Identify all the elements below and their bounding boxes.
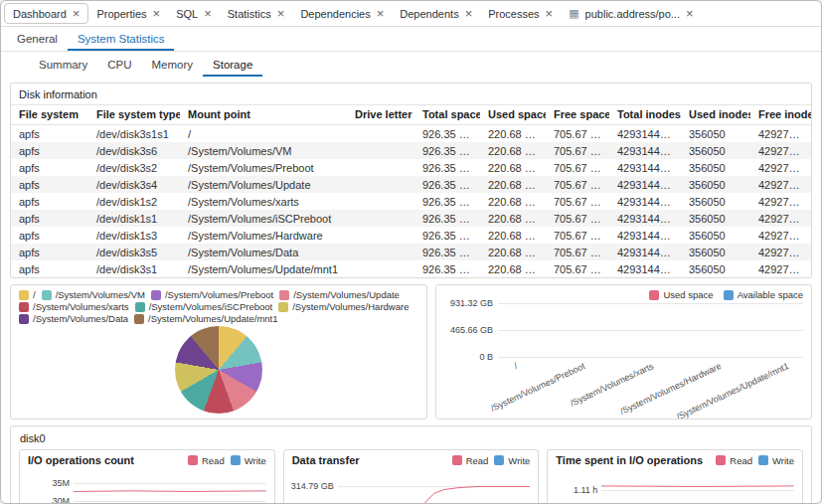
disk0-title: disk0 — [20, 432, 803, 444]
table-cell: 926.35 GB — [414, 159, 480, 176]
table-cell: 4292788288 — [750, 260, 811, 277]
column-header-mount-point[interactable]: Mount point — [180, 105, 347, 125]
tab-summary[interactable]: Summary — [29, 55, 97, 77]
column-header-total-inodes[interactable]: Total inodes — [609, 105, 681, 125]
column-header-total-space[interactable]: Total space — [414, 105, 480, 125]
column-header-file-system-type[interactable]: File system type — [88, 105, 180, 125]
legend-item-system-volumes-vm: /System/Volumes/VM — [42, 289, 145, 300]
legend-label: Write — [772, 455, 794, 466]
table-cell: /System/Volumes/VM — [180, 142, 347, 159]
close-icon[interactable]: × — [153, 7, 161, 20]
table-cell: 705.67 GB — [546, 142, 609, 159]
legend-label: /System/Volumes/Hardware — [292, 301, 409, 312]
table-row[interactable]: apfs/dev/disk3s1/System/Volumes/Update/m… — [11, 260, 811, 277]
tab-memory[interactable]: Memory — [141, 55, 203, 77]
bar-plot-wrap: //System/Volumes/Preboot/System/Volumes/… — [498, 303, 803, 415]
table-row[interactable]: apfs/dev/disk1s3/System/Volumes/Hardware… — [11, 227, 811, 244]
close-icon[interactable]: × — [73, 7, 81, 20]
table-cell: 926.35 GB — [414, 210, 480, 227]
table-cell: 356050 — [681, 260, 750, 277]
line-chart-svg — [74, 471, 266, 504]
legend-item-read: Read — [716, 455, 752, 466]
table-cell: 4293144338 — [609, 260, 681, 277]
table-cell: /dev/disk1s2 — [88, 193, 180, 210]
table-cell: apfs — [11, 142, 88, 159]
tab-system-statistics[interactable]: System Statistics — [68, 29, 175, 51]
xtick-label-system-volumes-update-mnt1: /System/Volumes/Update/mnt1 — [660, 361, 790, 420]
table-row[interactable]: apfs/dev/disk1s1/System/Volumes/iSCPrebo… — [11, 210, 811, 227]
tab-storage[interactable]: Storage — [203, 55, 262, 77]
tab-dependencies[interactable]: Dependencies× — [292, 4, 392, 23]
close-icon[interactable]: × — [465, 7, 473, 20]
close-icon[interactable]: × — [277, 7, 285, 20]
tab-label: Statistics — [228, 8, 271, 20]
legend-label: Available space — [738, 289, 803, 300]
legend-label: /System/Volumes/Update — [293, 289, 400, 300]
table-cell: 220.68 GB — [480, 159, 546, 176]
legend-swatch — [19, 302, 29, 312]
legend-label: /System/Volumes/VM — [56, 289, 145, 300]
close-icon[interactable]: × — [377, 7, 385, 20]
table-row[interactable]: apfs/dev/disk3s6/System/Volumes/VM926.35… — [11, 142, 811, 159]
column-header-free-inodes[interactable]: Free inodes — [750, 105, 811, 125]
table-cell: apfs — [11, 176, 88, 193]
legend-swatch — [134, 314, 144, 324]
line-chart-svg — [338, 471, 531, 504]
disk0-section: disk0 I/O operations count ReadWrite 35M… — [10, 425, 812, 504]
table-cell: 705.67 GB — [546, 125, 609, 143]
tab-public-address-po[interactable]: ▦public.address/po...× — [561, 4, 701, 23]
io-operations-count-chart: 35M30M — [28, 471, 266, 504]
column-header-free-space[interactable]: Free space — [546, 105, 609, 125]
table-cell: /System/Volumes/Data — [180, 244, 347, 260]
storage-charts-row: //System/Volumes/VM/System/Volumes/Prebo… — [10, 284, 812, 420]
table-cell: / — [180, 125, 347, 143]
table-cell: 926.35 GB — [414, 193, 480, 210]
table-cell: 926.35 GB — [414, 142, 480, 159]
close-icon[interactable]: × — [204, 7, 212, 20]
tab-general[interactable]: General — [7, 29, 68, 51]
table-cell: /System/Volumes/Update — [180, 176, 347, 193]
table-row[interactable]: apfs/dev/disk3s4/System/Volumes/Update92… — [11, 176, 811, 193]
tab-cpu[interactable]: CPU — [97, 55, 141, 77]
table-cell: 356050 — [681, 125, 750, 143]
close-icon[interactable]: × — [686, 7, 694, 20]
table-row[interactable]: apfs/dev/disk3s2/System/Volumes/Preboot9… — [11, 159, 811, 176]
tab-dashboard[interactable]: Dashboard× — [4, 3, 88, 24]
tab-sql[interactable]: SQL× — [168, 4, 220, 23]
table-cell: 356050 — [681, 193, 750, 210]
tab-statistics[interactable]: Statistics× — [220, 4, 293, 23]
chart-legend: ReadWrite — [716, 455, 794, 466]
table-cell — [347, 159, 414, 176]
table-cell: 220.68 GB — [480, 193, 546, 210]
legend-label: /System/Volumes/Update/mnt1 — [148, 313, 277, 324]
column-header-drive-letter[interactable]: Drive letter — [347, 105, 414, 125]
table-cell: /System/Volumes/iSCPreboot — [180, 210, 347, 227]
tab-properties[interactable]: Properties× — [88, 4, 168, 23]
table-cell: /dev/disk3s6 — [88, 142, 180, 159]
table-cell: /System/Volumes/xarts — [180, 193, 347, 210]
column-header-used-inodes[interactable]: Used inodes — [681, 105, 750, 125]
chart-plot — [601, 471, 794, 504]
column-header-file-system[interactable]: File system — [11, 105, 88, 125]
legend-item-write: Write — [494, 455, 530, 466]
disk-usage-pie-chart[interactable] — [175, 326, 262, 414]
table-cell: 4292788288 — [750, 125, 811, 143]
table-cell: 356050 — [681, 210, 750, 227]
legend-label: / — [33, 289, 36, 300]
table-cell: 4292788288 — [750, 193, 811, 210]
legend-label: Read — [730, 455, 752, 466]
table-cell: 4292788288 — [750, 227, 811, 244]
table-cell: /dev/disk3s1 — [88, 260, 180, 277]
legend-swatch — [724, 290, 734, 300]
tab-processes[interactable]: Processes× — [480, 4, 561, 23]
column-header-used-space[interactable]: Used space — [480, 105, 546, 125]
table-row[interactable]: apfs/dev/disk3s5/System/Volumes/Data926.… — [11, 244, 811, 260]
legend-item-write: Write — [758, 455, 794, 466]
pgadmin-window: Dashboard×Properties×SQL×Statistics×Depe… — [0, 0, 822, 504]
table-row[interactable]: apfs/dev/disk1s2/System/Volumes/xarts926… — [11, 193, 811, 210]
tab-dependents[interactable]: Dependents× — [392, 4, 480, 23]
table-row[interactable]: apfs/dev/disk3s1s1/926.35 GB220.68 GB705… — [11, 125, 811, 143]
table-cell: 356050 — [681, 244, 750, 260]
disk-space-bar-panel: Used spaceAvailable space 931.32 GB465.6… — [435, 284, 812, 420]
close-icon[interactable]: × — [546, 7, 554, 20]
